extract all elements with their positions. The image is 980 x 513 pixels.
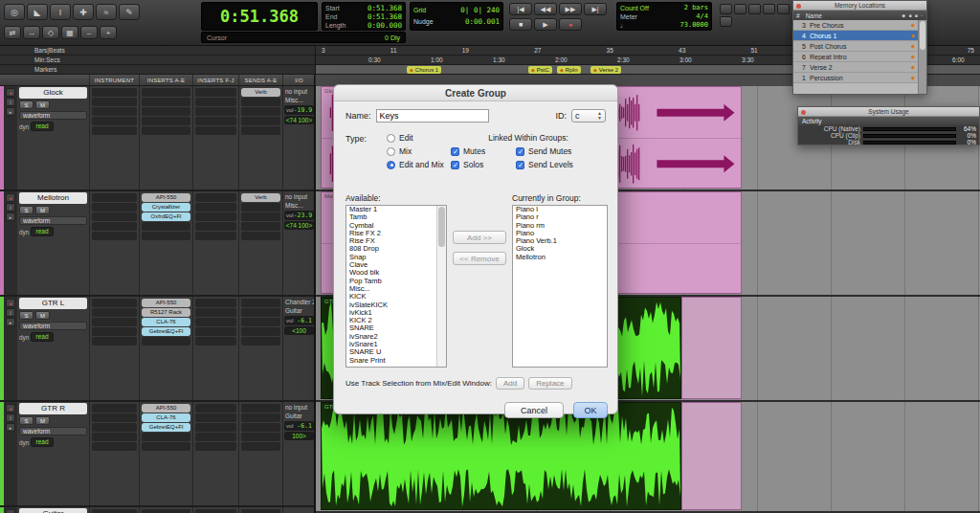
radio-icon[interactable] [387, 134, 395, 143]
toolbar-button[interactable] [748, 4, 761, 14]
available-track-item[interactable]: Tamb [346, 213, 436, 221]
linked-option[interactable]: Send Mutes [516, 146, 590, 156]
send-slot[interactable]: Verb [241, 193, 280, 202]
memory-location-row[interactable]: 4 Chorus 1 ◆ [793, 31, 918, 41]
available-track-item[interactable]: Snare Print [346, 357, 436, 365]
group-type-option[interactable]: Edit [387, 133, 444, 143]
instrument-slot[interactable] [92, 98, 137, 106]
available-tracks-list[interactable]: Master 1TambCymbalRise FX 2Rise FX808 Dr… [345, 205, 447, 368]
available-track-item[interactable]: SNARE U [346, 348, 436, 356]
system-usage-titlebar[interactable]: System Usage [798, 107, 979, 117]
automation-mode-button[interactable]: read [31, 122, 53, 131]
insert-slot[interactable] [195, 404, 236, 413]
send-slot[interactable] [241, 299, 280, 307]
available-track-item[interactable]: ivKick1 [346, 309, 436, 317]
insert-slot[interactable] [195, 193, 236, 202]
grid-label[interactable]: Grid [413, 6, 426, 15]
instrument-slot[interactable] [92, 126, 137, 135]
memory-location-row[interactable]: 5 Post Chorus ◆ [793, 41, 918, 52]
available-track-item[interactable]: ivSnare2 [346, 333, 436, 341]
insert-slot[interactable]: R5127 Rack [142, 308, 190, 317]
send-slot[interactable] [241, 98, 280, 106]
insert-slot[interactable] [195, 337, 236, 346]
record-enable-icon[interactable]: ● [6, 88, 15, 97]
meter-value[interactable]: 4/4 [696, 12, 708, 21]
insert-slot[interactable] [142, 107, 190, 116]
send-slot[interactable] [241, 126, 280, 135]
available-track-item[interactable]: Misc... [346, 285, 436, 293]
insert-slot[interactable]: API-550 [142, 193, 190, 202]
end-value[interactable]: 0:51.368 [368, 12, 402, 21]
track-view-selector[interactable]: waveform [19, 322, 87, 330]
track-view-selector[interactable]: waveform [19, 427, 87, 435]
selection-replace-button[interactable]: Replace [528, 377, 571, 390]
radio-icon[interactable] [387, 147, 395, 156]
input-selector[interactable]: Chandler 2 [284, 298, 314, 306]
group-type-option[interactable]: Edit and Mix [387, 160, 444, 169]
available-track-item[interactable]: KICK 2 [346, 317, 436, 324]
instrument-slot[interactable] [92, 107, 137, 116]
input-monitor-icon[interactable]: I [6, 413, 15, 422]
group-member-item[interactable]: Piano l [513, 206, 607, 213]
solo-button[interactable]: S [19, 100, 33, 109]
send-slot[interactable] [241, 413, 280, 422]
instrument-slot[interactable] [92, 404, 137, 413]
selection-add-button[interactable]: Add [496, 377, 524, 390]
group-member-item[interactable]: Piano Verb.1 [513, 237, 607, 245]
available-track-item[interactable]: Snap [346, 254, 436, 261]
insert-slot[interactable] [195, 107, 236, 116]
memory-location-row[interactable]: 3 Pre Chorus ◆ [793, 20, 918, 31]
send-slot[interactable] [241, 232, 280, 240]
insert-slot[interactable] [142, 337, 190, 346]
track-name[interactable]: Mellotron [19, 192, 87, 204]
insert-slot[interactable] [142, 117, 190, 125]
instrument-slot[interactable] [92, 88, 137, 97]
volume-readout[interactable]: vol -6.1 [284, 316, 314, 325]
send-slot[interactable] [241, 107, 280, 116]
remove-button[interactable]: << Remove [453, 252, 506, 265]
checkbox-icon[interactable] [516, 147, 524, 156]
instrument-slot[interactable] [92, 222, 137, 231]
available-track-item[interactable]: ivSnare1 [346, 341, 436, 348]
pan-readout[interactable]: <74 100> [284, 116, 314, 124]
ok-button[interactable]: OK [573, 402, 608, 418]
solo-button[interactable]: S [19, 311, 33, 320]
send-slot[interactable] [241, 117, 280, 125]
length-value[interactable]: 0:00.000 [368, 21, 402, 30]
send-slot[interactable] [241, 442, 280, 451]
toolbar-button[interactable] [720, 4, 732, 14]
nudge-label[interactable]: Nudge [413, 17, 434, 27]
memory-locations-scrollbar[interactable] [918, 20, 926, 94]
send-slot[interactable] [241, 423, 280, 432]
add-button[interactable]: Add >> [453, 231, 506, 244]
bars-beats-label[interactable]: Bars|Beats [0, 46, 315, 56]
insert-slot[interactable] [142, 442, 190, 451]
stepper-icon[interactable]: ▲▼ [597, 111, 602, 121]
available-track-item[interactable]: SNARE [346, 324, 436, 332]
instrument-slot[interactable] [92, 212, 137, 221]
insert-slot[interactable] [195, 509, 236, 513]
automation-mode-button[interactable]: read [31, 332, 53, 342]
main-counter[interactable]: 0:51.368 [201, 2, 318, 31]
checkbox-icon[interactable] [451, 161, 459, 169]
close-icon[interactable] [796, 4, 801, 9]
min-secs-label[interactable]: Min:Secs [0, 56, 315, 65]
linked-option[interactable]: Mutes [451, 146, 512, 156]
mute-button[interactable]: M [35, 416, 50, 425]
fast-forward-icon[interactable]: ▶▶ [559, 3, 582, 15]
volume-readout[interactable]: vol -23.9 [284, 211, 314, 220]
track-view-selector[interactable]: waveform [19, 216, 87, 225]
memory-location-row[interactable]: 6 Repeat Intro ◆ [793, 52, 918, 62]
available-track-item[interactable]: Cymbal [346, 222, 436, 230]
selector-tool-icon[interactable]: I [50, 4, 71, 20]
go-to-end-icon[interactable]: ▶| [584, 3, 607, 15]
insert-slot[interactable] [195, 126, 236, 135]
return-to-start-icon[interactable]: |◀ [509, 3, 532, 15]
zoom-in-icon[interactable]: + [100, 26, 117, 39]
pencil-tool-icon[interactable]: ✎ [119, 4, 140, 20]
cancel-button[interactable]: Cancel [504, 402, 564, 418]
available-track-item[interactable]: 808 Drop [346, 245, 436, 253]
grabber-tool-icon[interactable]: ✚ [73, 4, 94, 20]
audio-region[interactable]: GTR R [321, 402, 681, 510]
insert-slot[interactable] [142, 509, 190, 513]
